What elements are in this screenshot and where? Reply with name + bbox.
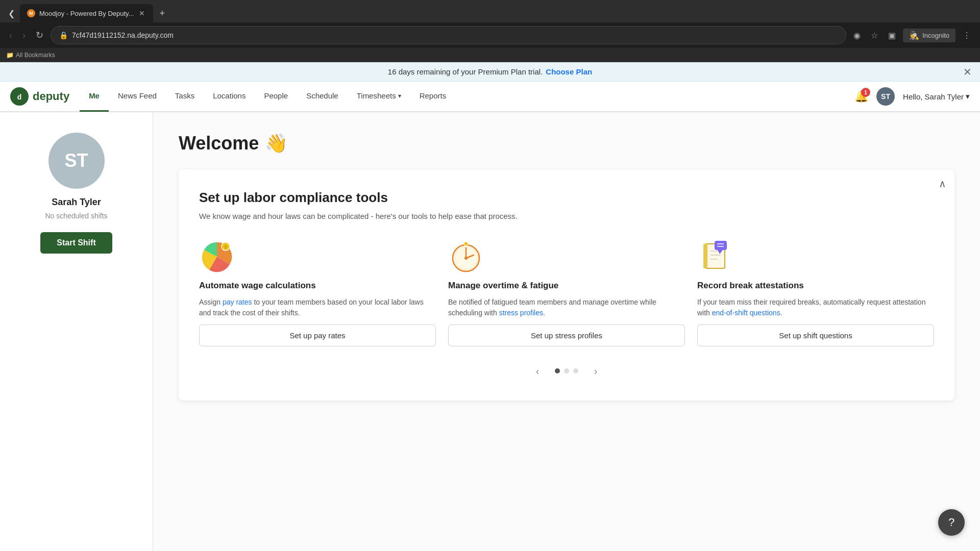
stress-profiles-link[interactable]: stress profiles bbox=[499, 309, 543, 317]
tab-title: Moodjoy - Powered By Deputy... bbox=[39, 10, 134, 17]
browser-toolbar: ‹ › ↻ 🔒 7cf47d19112152.na.deputy.com ◉ ☆… bbox=[0, 22, 980, 48]
trial-banner: 16 days remaining of your Premium Plan t… bbox=[0, 62, 980, 82]
nav-item-timesheets[interactable]: Timesheets ▾ bbox=[348, 81, 410, 112]
incognito-badge: 🕵 Incognito bbox=[903, 29, 955, 42]
notification-button[interactable]: 🔔 1 bbox=[854, 90, 868, 103]
collapse-button[interactable]: ∧ bbox=[939, 178, 946, 190]
avatar: ST bbox=[48, 133, 105, 189]
bookmarks-bar: 📁 All Bookmarks bbox=[0, 48, 980, 62]
break-icon bbox=[697, 239, 733, 274]
incognito-label: Incognito bbox=[922, 32, 949, 39]
nav-item-reports[interactable]: Reports bbox=[410, 81, 456, 112]
bookmarks-label: All Bookmarks bbox=[16, 52, 55, 59]
set-up-shift-questions-button[interactable]: Set up shift questions bbox=[697, 324, 934, 346]
tool-overtime-title: Manage overtime & fatigue bbox=[448, 281, 685, 291]
tool-break-title: Record break attestations bbox=[697, 281, 934, 291]
nav-item-news-feed[interactable]: News Feed bbox=[109, 81, 166, 112]
start-shift-button[interactable]: Start Shift bbox=[40, 232, 112, 254]
refresh-button[interactable]: ↻ bbox=[33, 28, 46, 43]
tool-item-wage: $ Automate wage calculations Assign pay … bbox=[199, 239, 436, 346]
active-tab[interactable]: M Moodjoy - Powered By Deputy... ✕ bbox=[20, 4, 153, 22]
set-up-stress-profiles-button[interactable]: Set up stress profiles bbox=[448, 324, 685, 346]
nav-right: 🔔 1 ST Hello, Sarah Tyler ▾ bbox=[854, 87, 970, 106]
page-dots bbox=[555, 368, 578, 373]
deputy-logo-text: deputy bbox=[33, 90, 69, 103]
page-dot-2 bbox=[564, 368, 569, 373]
forward-button[interactable]: › bbox=[19, 28, 29, 43]
choose-plan-link[interactable]: Choose Plan bbox=[546, 67, 592, 76]
tab-favicon: M bbox=[27, 9, 35, 17]
wage-icon: $ bbox=[199, 239, 235, 274]
labor-compliance-card: ∧ Set up labor compliance tools We know … bbox=[179, 169, 954, 400]
tool-item-break: Record break attestations If your team m… bbox=[697, 239, 934, 346]
user-greeting[interactable]: Hello, Sarah Tyler ▾ bbox=[903, 92, 970, 101]
svg-text:$: $ bbox=[224, 244, 227, 249]
user-avatar-nav[interactable]: ST bbox=[876, 87, 895, 106]
extensions-button[interactable]: ◉ bbox=[850, 29, 864, 42]
svg-rect-12 bbox=[703, 244, 707, 268]
main-layout: ST Sarah Tyler No scheduled shifts Start… bbox=[0, 112, 980, 551]
greeting-dropdown-icon: ▾ bbox=[966, 92, 970, 101]
tool-break-desc: If your team miss their required breaks,… bbox=[697, 297, 934, 318]
timesheets-dropdown-icon: ▾ bbox=[398, 92, 401, 99]
end-of-shift-link[interactable]: end-of-shift questions bbox=[712, 309, 780, 317]
page-dot-1 bbox=[555, 368, 560, 373]
toolbar-actions: ◉ ☆ ▣ 🕵 Incognito ⋮ bbox=[850, 29, 974, 42]
welcome-heading: Welcome 👋 bbox=[179, 133, 954, 154]
svg-point-10 bbox=[464, 242, 468, 246]
nav-item-me[interactable]: Me bbox=[80, 81, 109, 112]
tool-item-overtime: Manage overtime & fatigue Be notified of… bbox=[448, 239, 685, 346]
trial-banner-close[interactable]: ✕ bbox=[963, 66, 972, 78]
menu-button[interactable]: ⋮ bbox=[960, 29, 974, 42]
back-button[interactable]: ‹ bbox=[6, 28, 15, 43]
trial-banner-text: 16 days remaining of your Premium Plan t… bbox=[388, 67, 543, 76]
bookmark-button[interactable]: ☆ bbox=[868, 29, 881, 42]
set-up-pay-rates-button[interactable]: Set up pay rates bbox=[199, 324, 436, 346]
new-tab-button[interactable]: + bbox=[155, 6, 169, 21]
app-container: 16 days remaining of your Premium Plan t… bbox=[0, 62, 980, 551]
help-button[interactable]: ? bbox=[938, 509, 965, 536]
deputy-logo-svg: d bbox=[10, 87, 29, 106]
browser-chrome: ❮ M Moodjoy - Powered By Deputy... ✕ + ‹… bbox=[0, 0, 980, 62]
url-display: 7cf47d19112152.na.deputy.com bbox=[72, 31, 174, 39]
nav-item-schedule[interactable]: Schedule bbox=[297, 81, 348, 112]
address-bar[interactable]: 🔒 7cf47d19112152.na.deputy.com bbox=[51, 26, 846, 44]
sidebar-toggle-button[interactable]: ▣ bbox=[885, 29, 899, 42]
tool-wage-desc: Assign pay rates to your team members ba… bbox=[199, 297, 436, 318]
pagination-prev-button[interactable]: ‹ bbox=[528, 362, 547, 380]
pagination: ‹ › bbox=[199, 362, 934, 380]
svg-rect-16 bbox=[715, 241, 727, 250]
nav-item-locations[interactable]: Locations bbox=[204, 81, 255, 112]
sidebar: ST Sarah Tyler No scheduled shifts Start… bbox=[0, 112, 153, 551]
sidebar-user-name: Sarah Tyler bbox=[52, 197, 101, 208]
page-dot-3 bbox=[573, 368, 578, 373]
welcome-wave-emoji: 👋 bbox=[265, 133, 288, 154]
tool-overtime-desc: Be notified of fatigued team members and… bbox=[448, 297, 685, 318]
nav-item-people[interactable]: People bbox=[255, 81, 297, 112]
deputy-logo[interactable]: d deputy bbox=[10, 87, 69, 106]
overtime-icon bbox=[448, 239, 484, 274]
incognito-icon: 🕵 bbox=[909, 31, 919, 40]
bookmarks-icon: 📁 bbox=[6, 52, 14, 59]
app-nav: d deputy Me News Feed Tasks Locations Pe… bbox=[0, 82, 980, 112]
tab-close-button[interactable]: ✕ bbox=[138, 8, 146, 18]
tool-wage-title: Automate wage calculations bbox=[199, 281, 436, 291]
nav-item-tasks[interactable]: Tasks bbox=[166, 81, 204, 112]
labor-card-title: Set up labor compliance tools bbox=[199, 190, 934, 206]
tool-grid: $ Automate wage calculations Assign pay … bbox=[199, 239, 934, 346]
svg-point-9 bbox=[464, 257, 468, 260]
tab-list-button[interactable]: ❮ bbox=[5, 7, 18, 20]
pagination-next-button[interactable]: › bbox=[586, 362, 605, 380]
svg-text:d: d bbox=[17, 93, 22, 101]
content-area: Welcome 👋 ∧ Set up labor compliance tool… bbox=[153, 112, 980, 551]
sidebar-status: No scheduled shifts bbox=[45, 212, 107, 220]
tab-bar: ❮ M Moodjoy - Powered By Deputy... ✕ + bbox=[0, 0, 980, 22]
pay-rates-link[interactable]: pay rates bbox=[223, 298, 252, 306]
notification-badge: 1 bbox=[861, 88, 870, 97]
labor-card-description: We know wage and hour laws can be compli… bbox=[199, 212, 934, 220]
